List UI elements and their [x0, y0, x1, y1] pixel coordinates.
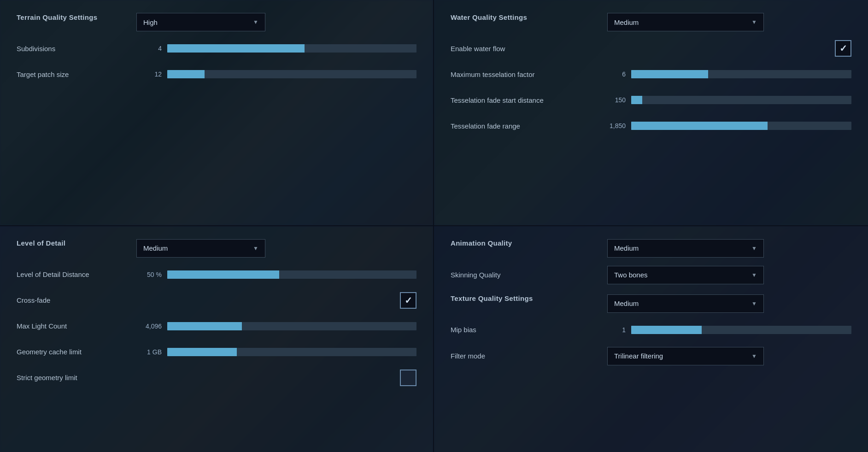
lod-distance-track: [167, 270, 416, 279]
mip-bias-slider[interactable]: [631, 325, 851, 335]
mip-bias-label: Mip bias: [451, 326, 607, 334]
max-light-fill: [167, 322, 242, 330]
terrain-title: Terrain Quality Settings: [17, 13, 136, 21]
mip-bias-fill: [631, 326, 702, 334]
max-tess-slider[interactable]: [631, 70, 851, 79]
animation-quality-value: Medium: [614, 244, 639, 252]
geo-cache-label: Geometry cache limit: [17, 348, 136, 356]
tess-fade-start-row: Tesselation fade start distance 150: [451, 91, 851, 109]
geo-cache-row: Geometry cache limit 1 GB: [17, 343, 416, 361]
water-quality-value: Medium: [614, 18, 639, 26]
animation-texture-panel: Animation Quality Medium ▼ Skinning Qual…: [434, 226, 868, 452]
lod-value: Medium: [143, 244, 168, 252]
target-patch-row: Target patch size 12: [17, 65, 416, 83]
subdivisions-slider[interactable]: [167, 44, 416, 53]
crossfade-label: Cross-fade: [17, 296, 136, 304]
lod-content: Level of Detail Medium ▼ Level of Detail…: [0, 226, 433, 452]
max-tess-row: Maximum tesselation factor 6: [451, 65, 851, 83]
max-tess-track: [631, 70, 851, 78]
lod-title-row: Level of Detail Medium ▼: [17, 239, 416, 258]
tess-fade-start-slider[interactable]: [631, 95, 851, 105]
subdivisions-label: Subdivisions: [17, 45, 136, 53]
target-patch-label: Target patch size: [17, 70, 136, 78]
animation-quality-arrow: ▼: [751, 245, 757, 252]
max-light-row: Max Light Count 4,096: [17, 317, 416, 335]
subdivisions-track: [167, 44, 416, 53]
strict-geo-checkbox[interactable]: [400, 370, 416, 386]
water-flow-check: ✓: [839, 43, 847, 54]
animation-title-row: Animation Quality Medium ▼: [451, 239, 851, 258]
texture-quality-value: Medium: [614, 299, 639, 307]
filter-mode-dropdown[interactable]: Trilinear filtering ▼: [607, 347, 764, 365]
lod-distance-row: Level of Detail Distance 50 %: [17, 266, 416, 283]
filter-mode-value: Trilinear filtering: [614, 352, 663, 360]
filter-mode-label: Filter mode: [451, 352, 607, 360]
lod-panel: Level of Detail Medium ▼ Level of Detail…: [0, 226, 434, 452]
mip-bias-track: [631, 326, 851, 334]
texture-quality-dropdown[interactable]: Medium ▼: [607, 294, 764, 313]
max-light-track: [167, 322, 416, 330]
water-title-row: Water Quality Settings Medium ▼: [451, 13, 851, 31]
target-patch-value: 12: [136, 70, 162, 78]
skinning-quality-dropdown[interactable]: Two bones ▼: [607, 266, 764, 284]
terrain-panel: Terrain Quality Settings High ▼ Subdivis…: [0, 0, 434, 226]
target-patch-track: [167, 70, 416, 78]
terrain-content: Terrain Quality Settings High ▼ Subdivis…: [0, 0, 433, 225]
animation-title: Animation Quality: [451, 239, 607, 247]
terrain-title-row: Terrain Quality Settings High ▼: [17, 13, 416, 31]
strict-geo-row: Strict geometry limit: [17, 369, 416, 387]
subdivisions-row: Subdivisions 4: [17, 40, 416, 57]
water-panel: Water Quality Settings Medium ▼ Enable w…: [434, 0, 868, 226]
max-tess-value: 6: [607, 70, 626, 78]
mip-bias-value: 1: [607, 326, 626, 334]
texture-quality-arrow: ▼: [751, 300, 757, 307]
tess-fade-range-fill: [631, 122, 768, 130]
strict-geo-label: Strict geometry limit: [17, 374, 136, 382]
max-light-label: Max Light Count: [17, 322, 136, 330]
lod-dropdown[interactable]: Medium ▼: [136, 239, 265, 258]
water-content: Water Quality Settings Medium ▼ Enable w…: [434, 0, 868, 225]
tess-fade-start-label: Tesselation fade start distance: [451, 96, 607, 104]
texture-section: Texture Quality Settings Medium ▼ Mip bi…: [451, 294, 851, 365]
skinning-title: Skinning Quality: [451, 271, 607, 279]
subdivisions-fill: [167, 44, 305, 53]
lod-distance-slider[interactable]: [167, 270, 416, 279]
target-patch-slider[interactable]: [167, 70, 416, 79]
water-flow-checkbox[interactable]: ✓: [835, 40, 851, 57]
terrain-quality-dropdown[interactable]: High ▼: [136, 13, 265, 31]
crossfade-row: Cross-fade ✓: [17, 292, 416, 309]
filter-mode-row: Filter mode Trilinear filtering ▼: [451, 347, 851, 365]
crossfade-checkbox[interactable]: ✓: [400, 292, 416, 309]
skinning-quality-arrow: ▼: [751, 272, 757, 278]
crossfade-check: ✓: [405, 295, 412, 306]
mip-bias-row: Mip bias 1: [451, 321, 851, 339]
max-light-value: 4,096: [136, 323, 162, 330]
geo-cache-value: 1 GB: [136, 348, 162, 356]
target-patch-fill: [167, 70, 205, 78]
geo-cache-slider[interactable]: [167, 347, 416, 357]
filter-mode-arrow: ▼: [751, 353, 757, 359]
texture-title: Texture Quality Settings: [451, 294, 607, 302]
tess-fade-range-track: [631, 122, 851, 130]
lod-distance-value: 50 %: [136, 271, 162, 278]
tess-fade-range-slider[interactable]: [631, 121, 851, 130]
tess-fade-range-value: 1,850: [607, 122, 626, 129]
tess-fade-start-value: 150: [607, 96, 626, 104]
tess-fade-range-row: Tesselation fade range 1,850: [451, 117, 851, 135]
tess-fade-start-fill: [631, 96, 642, 104]
max-tess-fill: [631, 70, 708, 78]
animation-quality-dropdown[interactable]: Medium ▼: [607, 239, 764, 258]
tess-fade-range-label: Tesselation fade range: [451, 122, 607, 130]
skinning-title-row: Skinning Quality Two bones ▼: [451, 266, 851, 284]
geo-cache-track: [167, 348, 416, 356]
terrain-quality-value: High: [143, 18, 158, 26]
subdivisions-value: 4: [136, 45, 162, 52]
water-flow-label: Enable water flow: [451, 45, 607, 53]
tess-fade-start-track: [631, 96, 851, 104]
skinning-quality-value: Two bones: [614, 271, 648, 279]
max-light-slider[interactable]: [167, 322, 416, 331]
water-quality-dropdown[interactable]: Medium ▼: [607, 13, 764, 31]
geo-cache-fill: [167, 348, 237, 356]
lod-distance-label: Level of Detail Distance: [17, 270, 136, 278]
texture-title-row: Texture Quality Settings Medium ▼: [451, 294, 851, 313]
